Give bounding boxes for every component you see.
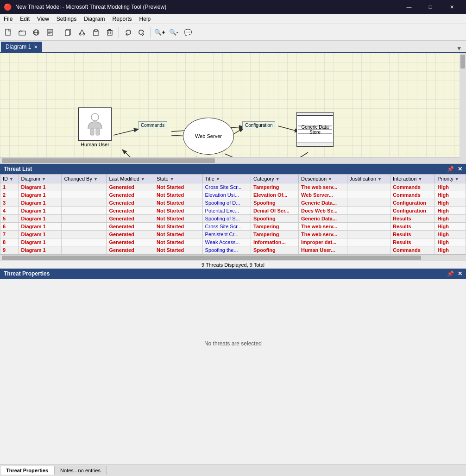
table-cell[interactable]: Tampering: [251, 231, 299, 238]
col-changedby[interactable]: Changed By ▼: [62, 175, 107, 183]
table-cell[interactable]: Spoofing of S...: [202, 215, 251, 223]
table-cell[interactable]: Human User...: [299, 246, 347, 254]
table-row[interactable]: 8Diagram 1GeneratedNot StartedWeak Acces…: [0, 238, 466, 246]
maximize-button[interactable]: □: [420, 0, 441, 14]
table-cell[interactable]: Elevation Usi...: [202, 191, 251, 199]
table-cell[interactable]: [347, 215, 390, 223]
table-cell[interactable]: Diagram 1: [19, 231, 62, 238]
table-hscroll-thumb[interactable]: [2, 256, 421, 260]
table-cell[interactable]: High: [435, 246, 466, 254]
table-cell[interactable]: High: [435, 199, 466, 207]
hscroll-thumb[interactable]: [2, 158, 215, 163]
table-cell[interactable]: Generated: [107, 199, 154, 207]
table-cell[interactable]: Elevation Of...: [251, 191, 299, 199]
table-cell[interactable]: The web serv...: [299, 223, 347, 231]
table-cell[interactable]: 3: [0, 199, 19, 207]
table-cell[interactable]: High: [435, 231, 466, 238]
table-cell[interactable]: Tampering: [251, 183, 299, 191]
table-cell[interactable]: High: [435, 207, 466, 215]
threat-table-scroll[interactable]: ID ▼ Diagram ▼ Changed By ▼ Last Modifie…: [0, 174, 466, 254]
col-category[interactable]: Category ▼: [251, 175, 299, 183]
menu-edit[interactable]: Edit: [16, 15, 33, 23]
table-cell[interactable]: 9: [0, 246, 19, 254]
table-cell[interactable]: Configuration: [390, 199, 435, 207]
table-cell[interactable]: Improper dat...: [299, 238, 347, 246]
table-cell[interactable]: Results: [390, 223, 435, 231]
paste-button[interactable]: [89, 26, 102, 39]
commands-flow-label[interactable]: Commands: [138, 121, 167, 129]
diagram-vscroll[interactable]: [460, 53, 466, 163]
menu-view[interactable]: View: [33, 15, 53, 23]
table-cell[interactable]: 7: [0, 231, 19, 238]
table-cell[interactable]: Diagram 1: [19, 246, 62, 254]
table-cell[interactable]: The web serv...: [299, 231, 347, 238]
copy-button[interactable]: [62, 26, 75, 39]
table-cell[interactable]: Web Server...: [299, 191, 347, 199]
table-cell[interactable]: Generic Data...: [299, 215, 347, 223]
vscroll-thumb[interactable]: [460, 55, 465, 69]
close-button[interactable]: ✕: [441, 0, 462, 14]
table-row[interactable]: 7Diagram 1GeneratedNot StartedPersistent…: [0, 231, 466, 238]
redo-button[interactable]: [135, 26, 148, 39]
table-cell[interactable]: [62, 207, 107, 215]
undo-button[interactable]: [121, 26, 134, 39]
table-cell[interactable]: [62, 183, 107, 191]
table-cell[interactable]: [347, 231, 390, 238]
table-cell[interactable]: Denial Of Ser...: [251, 207, 299, 215]
table-cell[interactable]: Not Started: [154, 199, 203, 207]
properties-button[interactable]: [44, 26, 57, 39]
table-cell[interactable]: Spoofing: [251, 246, 299, 254]
table-cell[interactable]: Diagram 1: [19, 215, 62, 223]
table-cell[interactable]: [347, 199, 390, 207]
col-state[interactable]: State ▼: [154, 175, 203, 183]
table-cell[interactable]: [62, 223, 107, 231]
table-cell[interactable]: Generated: [107, 183, 154, 191]
cut-button[interactable]: [76, 26, 88, 39]
open-button[interactable]: [16, 26, 29, 39]
table-row[interactable]: 1Diagram 1GeneratedNot StartedCross Site…: [0, 183, 466, 191]
table-cell[interactable]: Not Started: [154, 215, 203, 223]
col-modified[interactable]: Last Modified ▼: [107, 175, 154, 183]
table-cell[interactable]: High: [435, 215, 466, 223]
table-cell[interactable]: Not Started: [154, 223, 203, 231]
table-cell[interactable]: Not Started: [154, 231, 203, 238]
table-cell[interactable]: Generated: [107, 215, 154, 223]
table-cell[interactable]: Spoofing: [251, 199, 299, 207]
table-row[interactable]: 9Diagram 1GeneratedNot StartedSpoofing t…: [0, 246, 466, 254]
table-cell[interactable]: Diagram 1: [19, 199, 62, 207]
bottom-tab-threat-properties[interactable]: Threat Properties: [0, 466, 54, 475]
diagram-canvas[interactable]: Human User Web Server Commands Configura…: [0, 53, 466, 164]
table-cell[interactable]: High: [435, 238, 466, 246]
table-cell[interactable]: High: [435, 191, 466, 199]
table-cell[interactable]: 5: [0, 215, 19, 223]
table-cell[interactable]: Not Started: [154, 246, 203, 254]
diagram-hscroll[interactable]: [0, 157, 460, 163]
table-cell[interactable]: Diagram 1: [19, 238, 62, 246]
table-cell[interactable]: Not Started: [154, 191, 203, 199]
table-cell[interactable]: Commands: [390, 246, 435, 254]
col-diagram[interactable]: Diagram ▼: [19, 175, 62, 183]
col-priority[interactable]: Priority ▼: [435, 175, 466, 183]
col-title[interactable]: Title ▼: [202, 175, 251, 183]
table-cell[interactable]: Spoofing: [251, 215, 299, 223]
table-cell[interactable]: [347, 238, 390, 246]
table-cell[interactable]: Potential Exc...: [202, 207, 251, 215]
table-cell[interactable]: Generated: [107, 223, 154, 231]
table-cell[interactable]: [347, 223, 390, 231]
table-cell[interactable]: Generated: [107, 207, 154, 215]
table-cell[interactable]: Diagram 1: [19, 191, 62, 199]
col-description[interactable]: Description ▼: [299, 175, 347, 183]
table-cell[interactable]: 8: [0, 238, 19, 246]
table-cell[interactable]: Cross Site Scr...: [202, 183, 251, 191]
table-cell[interactable]: Cross Site Scr...: [202, 223, 251, 231]
table-cell[interactable]: Diagram 1: [19, 183, 62, 191]
generic-data-store-element[interactable]: Generic Data Store: [296, 112, 334, 147]
table-cell[interactable]: Generated: [107, 246, 154, 254]
table-cell[interactable]: Spoofing of D...: [202, 199, 251, 207]
table-cell[interactable]: Not Started: [154, 183, 203, 191]
table-hscroll[interactable]: [0, 254, 466, 261]
web-button[interactable]: [30, 26, 43, 39]
table-cell[interactable]: Generated: [107, 231, 154, 238]
table-cell[interactable]: [62, 246, 107, 254]
table-row[interactable]: 2Diagram 1GeneratedNot StartedElevation …: [0, 191, 466, 199]
